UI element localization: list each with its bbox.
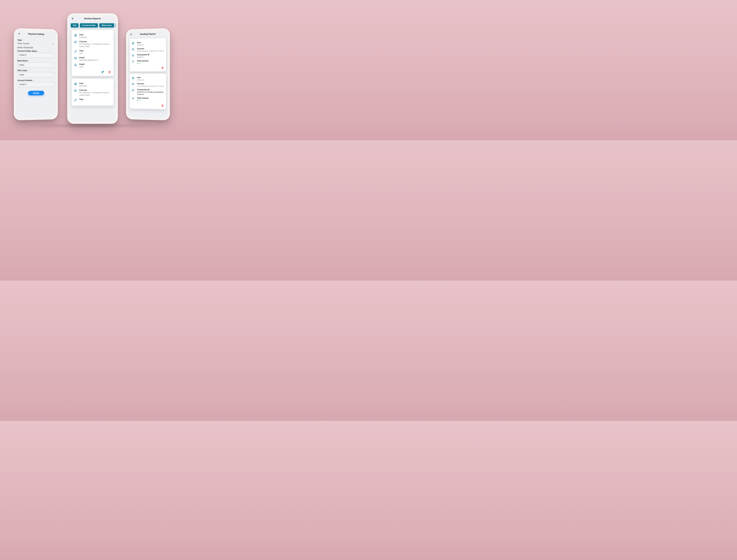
phone-pending-payout: Pending Payout User Instructor Courses T… <box>126 28 170 120</box>
trash-icon[interactable] <box>161 104 164 108</box>
user-value: Instructor <box>79 85 87 87</box>
page-title: Review Reports <box>74 17 111 20</box>
svg-point-5 <box>75 83 76 84</box>
alert-icon <box>74 63 77 67</box>
amt-value: Rs- 1 <box>137 62 148 65</box>
txn-label: Transaction ID <box>137 89 164 91</box>
back-button[interactable] <box>71 17 74 20</box>
type-label: Type: <box>17 39 54 42</box>
amt-value: Rs- 1 <box>137 99 148 102</box>
svg-rect-6 <box>132 42 134 44</box>
amt-label: Total Amount <box>137 97 148 99</box>
courses-value: Pro SketchUp - A Practical Course & Infi… <box>79 43 111 48</box>
courses-label: Courses <box>137 47 164 50</box>
svg-rect-11 <box>132 89 134 91</box>
screen: Payment Setting Type: Bank Transfer BANK… <box>16 30 56 118</box>
checkbox-icon <box>132 54 135 57</box>
dollar-icon <box>132 97 135 101</box>
acct-label: Account Number : <box>17 79 54 81</box>
email-label: Email <box>79 56 98 59</box>
pencil-icon <box>74 99 77 102</box>
caret-down-icon <box>52 43 54 45</box>
user-icon <box>74 83 77 86</box>
svg-point-3 <box>75 65 76 66</box>
txn-label: Transaction ID <box>137 54 149 56</box>
type-dropdown[interactable]: Bank Transfer <box>17 42 54 46</box>
notch <box>80 13 105 17</box>
tab-what-learn[interactable]: What Learn <box>99 23 114 27</box>
tab-edit[interactable]: Edit <box>71 23 78 27</box>
payout-card: User Instructor Courses Travel Hacking -… <box>130 38 166 71</box>
form: Type: Bank Transfer BANK TRANSFER: Accou… <box>16 37 56 98</box>
holder-label: Account Holder Name : <box>17 50 54 52</box>
notch <box>137 28 159 33</box>
title-value: tset <box>79 52 84 55</box>
courses-label: Courses <box>79 40 111 43</box>
bank-label: Bank Name : <box>17 60 54 62</box>
phone-payment-setting: Payment Setting Type: Bank Transfer BANK… <box>14 28 58 120</box>
tab-course-include[interactable]: Course Include <box>80 23 98 27</box>
dollar-icon <box>132 60 135 63</box>
svg-point-10 <box>133 78 133 78</box>
user-label: User <box>79 82 87 84</box>
report-card: User Instructor Courses Pro SketchUp - A… <box>72 30 113 76</box>
email-value: admin@mediacity.co.in <box>79 59 98 61</box>
bank-input[interactable] <box>17 62 54 67</box>
courses-value: Travel Hacking -Smart & Fun Travel <box>137 85 164 87</box>
notch <box>25 28 47 33</box>
svg-point-1 <box>75 35 76 35</box>
detail-value: tsets <box>79 66 84 68</box>
tabs: Edit Course Include What Learn <box>69 22 116 29</box>
svg-rect-2 <box>74 57 77 59</box>
holder-input[interactable] <box>17 52 54 58</box>
payout-card: User Instructor Courses Travel Hacking -… <box>130 74 166 109</box>
acct-input[interactable] <box>17 82 54 87</box>
courses-label: Courses <box>137 83 164 85</box>
courses-label: Courses <box>79 89 111 91</box>
edit-action-icon[interactable] <box>101 70 104 74</box>
svg-point-7 <box>133 43 133 43</box>
ifsc-input[interactable] <box>17 72 54 77</box>
txn-value: 3602825 <box>137 56 149 58</box>
user-icon <box>132 77 135 80</box>
screen: Review Reports Edit Course Include What … <box>69 15 116 122</box>
user-icon <box>74 34 77 37</box>
amt-label: Total Amount <box>137 60 148 62</box>
trash-icon[interactable] <box>108 70 111 74</box>
back-button[interactable] <box>17 32 21 35</box>
back-button[interactable] <box>129 33 133 36</box>
courses-value: Pro SketchUp - A Practical Course & Infi… <box>79 92 111 97</box>
phone-review-reports: Review Reports Edit Course Include What … <box>67 13 118 124</box>
title-label: Title : <box>79 50 84 52</box>
page-title: Payment Setting <box>21 32 51 36</box>
book-icon <box>74 41 77 44</box>
txn-value: 202209121112128001101680864051090 44 <box>137 91 164 96</box>
book-icon <box>132 83 135 86</box>
tab-more[interactable] <box>116 23 116 27</box>
user-label: User <box>137 76 144 79</box>
user-value: Instructor <box>137 44 144 46</box>
book-icon <box>74 89 77 93</box>
page-title: Pending Payout <box>133 32 163 36</box>
trash-icon[interactable] <box>161 66 164 70</box>
user-value: Instructor <box>79 36 87 39</box>
mail-icon <box>74 57 77 60</box>
book-icon <box>132 48 135 51</box>
title-label: Title : <box>79 98 84 101</box>
update-button[interactable]: Update <box>28 91 44 95</box>
detail-label: Detail <box>79 63 84 65</box>
section-title: BANK TRANSFER: <box>17 47 54 49</box>
svg-rect-8 <box>132 55 134 56</box>
ifsc-label: IFSC Code : <box>17 70 54 72</box>
user-label: User <box>79 34 87 36</box>
screen: Pending Payout User Instructor Courses T… <box>128 30 168 118</box>
user-icon <box>132 42 135 45</box>
type-value: Bank Transfer <box>18 42 29 45</box>
courses-value: Travel Hacking -Smart & Fun Travel <box>137 50 164 52</box>
pencil-icon <box>74 50 77 53</box>
user-value: Instructor <box>137 79 144 81</box>
report-card: User Instructor Courses Pro SketchUp - A… <box>72 79 113 106</box>
checkbox-icon <box>132 89 135 92</box>
user-label: User <box>137 42 144 44</box>
